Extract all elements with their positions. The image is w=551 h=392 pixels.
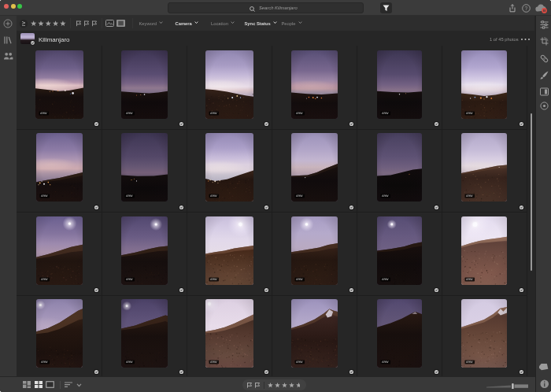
svg-text:ARW: ARW xyxy=(40,112,47,115)
svg-text:ARW: ARW xyxy=(210,278,217,281)
svg-text:ARW: ARW xyxy=(296,361,303,364)
svg-text:ARW: ARW xyxy=(382,361,389,364)
svg-text:ARW: ARW xyxy=(466,278,473,281)
svg-text:ARW: ARW xyxy=(210,194,217,198)
svg-text:ARW: ARW xyxy=(466,194,473,198)
svg-text:?: ? xyxy=(525,6,528,11)
svg-text:ARW: ARW xyxy=(41,278,48,281)
svg-text:ARW: ARW xyxy=(210,361,217,364)
svg-text:ARW: ARW xyxy=(382,194,389,198)
svg-text:ARW: ARW xyxy=(126,278,133,281)
svg-text:ARW: ARW xyxy=(126,361,133,364)
svg-text:ARW: ARW xyxy=(382,112,389,115)
svg-text:ARW: ARW xyxy=(126,112,133,115)
svg-text:ARW: ARW xyxy=(41,194,48,198)
svg-text:ARW: ARW xyxy=(126,194,133,198)
svg-text:ARW: ARW xyxy=(466,112,473,115)
svg-text:ARW: ARW xyxy=(296,194,303,198)
svg-text:ARW: ARW xyxy=(210,112,217,115)
svg-text:ARW: ARW xyxy=(296,112,303,115)
svg-text:ARW: ARW xyxy=(466,361,473,364)
svg-text:ARW: ARW xyxy=(382,278,389,281)
svg-text:ARW: ARW xyxy=(41,361,48,364)
svg-text:ARW: ARW xyxy=(296,278,303,281)
